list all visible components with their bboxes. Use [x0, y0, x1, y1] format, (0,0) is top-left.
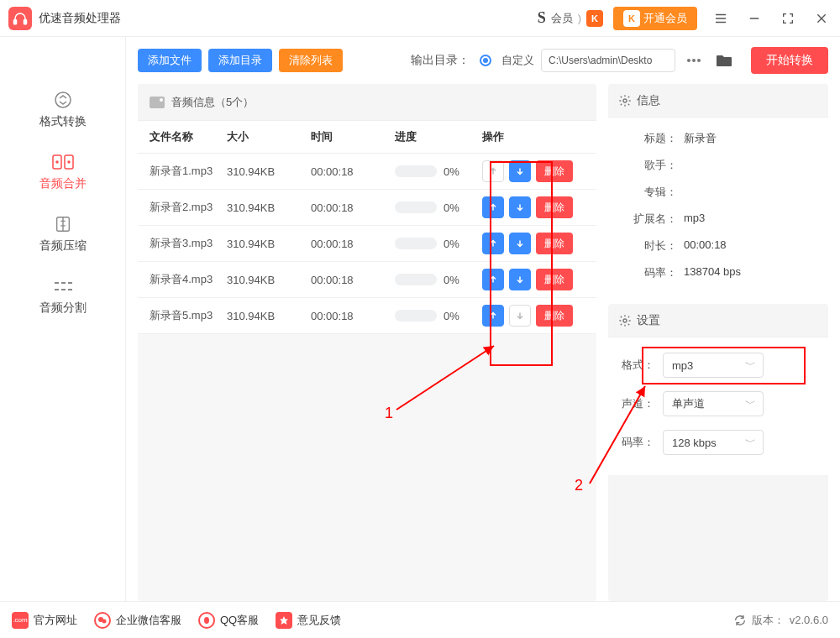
info-title-value: 新录音	[684, 131, 717, 146]
move-down-button[interactable]	[509, 233, 531, 254]
move-up-button[interactable]	[482, 196, 504, 218]
delete-button[interactable]: 删除	[536, 305, 573, 327]
move-up-button[interactable]	[482, 233, 504, 254]
open-vip-button[interactable]: K 开通会员	[613, 7, 697, 30]
sidebar-item-format-convert[interactable]: 格式转换	[0, 79, 125, 141]
file-size: 310.94KB	[227, 165, 311, 178]
split-icon	[51, 277, 75, 295]
channel-select[interactable]: 单声道﹀	[663, 391, 764, 416]
table-row[interactable]: 新录音2.mp3 310.94KB 00:00:18 0% 删除	[138, 190, 596, 226]
svg-point-21	[692, 59, 696, 62]
svg-rect-1	[24, 19, 27, 24]
svg-point-23	[623, 99, 627, 102]
settings-title: 设置	[637, 313, 660, 328]
svg-point-22	[697, 59, 701, 62]
move-up-button[interactable]	[482, 269, 504, 290]
folder-icon[interactable]	[712, 49, 736, 72]
delete-button[interactable]: 删除	[536, 233, 573, 254]
menu-icon[interactable]	[711, 8, 731, 29]
clear-list-button[interactable]: 清除列表	[279, 49, 343, 72]
sidebar-item-audio-split[interactable]: 音频分割	[0, 265, 125, 327]
minimize-icon[interactable]	[744, 8, 764, 29]
settings-panel: 设置 格式： mp3﹀ 声道： 单声道﹀ 码率： 128	[608, 304, 828, 601]
sidebar-item-audio-merge[interactable]: 音频合并	[0, 141, 125, 203]
move-down-button[interactable]	[509, 196, 531, 218]
move-down-button[interactable]	[509, 269, 531, 290]
table-row[interactable]: 新录音4.mp3 310.94KB 00:00:18 0% 删除	[138, 262, 596, 298]
format-select[interactable]: mp3﹀	[663, 353, 764, 378]
audio-info-panel: 音频信息（5个） 文件名称 大小 时间 进度 操作 新录音1.mp3 310.9…	[138, 84, 596, 601]
svg-point-24	[623, 319, 627, 322]
version-info: 版本：v2.0.6.0	[733, 613, 828, 628]
file-time: 00:00:18	[311, 274, 395, 286]
progress-bar	[395, 274, 437, 285]
chevron-down-icon: ﹀	[745, 435, 756, 450]
file-time: 00:00:18	[311, 165, 395, 178]
member-badge: S 会员 ) K	[538, 9, 603, 27]
table-header: 文件名称 大小 时间 进度 操作	[138, 121, 596, 154]
titlebar: 优速音频处理器 S 会员 ) K K 开通会员	[0, 0, 840, 37]
footer-link-feedback[interactable]: 意见反馈	[276, 612, 341, 629]
progress-text: 0%	[444, 201, 459, 214]
file-name: 新录音3.mp3	[150, 236, 227, 251]
file-name: 新录音4.mp3	[150, 272, 227, 287]
convert-icon	[51, 91, 75, 109]
delete-button[interactable]: 删除	[536, 269, 573, 290]
start-convert-button[interactable]: 开始转换	[751, 47, 828, 74]
file-name: 新录音5.mp3	[150, 308, 227, 323]
footer-link-qq[interactable]: QQ客服	[198, 612, 259, 629]
progress-bar	[395, 201, 437, 213]
more-icon[interactable]	[682, 49, 706, 72]
output-mode-radio[interactable]	[480, 55, 491, 66]
fullscreen-icon[interactable]	[778, 8, 798, 29]
vip-icon: K	[586, 10, 603, 27]
file-time: 00:00:18	[311, 201, 395, 214]
refresh-icon	[733, 614, 747, 627]
bitrate-select[interactable]: 128 kbps﹀	[663, 430, 764, 455]
table-row[interactable]: 新录音3.mp3 310.94KB 00:00:18 0% 删除	[138, 226, 596, 262]
file-size: 310.94KB	[227, 238, 311, 250]
gear-icon	[618, 94, 632, 107]
table-row[interactable]: 新录音5.mp3 310.94KB 00:00:18 0% 删除	[138, 298, 596, 334]
footer: .com官方网址 企业微信客服 QQ客服 意见反馈 版本：v2.0.6.0	[0, 601, 840, 638]
progress-text: 0%	[444, 274, 459, 286]
output-label: 输出目录：	[411, 53, 470, 68]
info-bitrate-value: 138704 bps	[684, 265, 741, 280]
feedback-icon	[276, 612, 292, 629]
add-file-button[interactable]: 添加文件	[138, 49, 202, 72]
file-time: 00:00:18	[311, 310, 395, 322]
audio-panel-title: 音频信息（5个）	[171, 95, 254, 110]
table-row[interactable]: 新录音1.mp3 310.94KB 00:00:18 0% 删除	[138, 154, 596, 190]
image-icon	[150, 97, 165, 108]
footer-link-wechat[interactable]: 企业微信客服	[94, 612, 181, 629]
file-time: 00:00:18	[311, 238, 395, 250]
wechat-icon	[94, 612, 111, 629]
add-dir-button[interactable]: 添加目录	[208, 49, 272, 72]
vip-badge-icon: K	[623, 10, 640, 27]
info-ext-value: mp3	[684, 212, 705, 227]
close-icon[interactable]	[811, 8, 832, 29]
output-mode-text: 自定义	[501, 53, 534, 68]
move-down-button[interactable]	[509, 160, 531, 182]
sidebar: 格式转换 音频合并 音频压缩 音频分割	[0, 37, 126, 601]
info-panel: 信息 标题：新录音 歌手： 专辑： 扩展名：mp3 时长：00:00:18 码率…	[608, 84, 828, 294]
chevron-down-icon: ﹀	[745, 358, 756, 373]
progress-text: 0%	[444, 165, 459, 178]
member-label: 会员	[551, 11, 573, 26]
delete-button[interactable]: 删除	[536, 196, 573, 218]
website-icon: .com	[12, 612, 29, 629]
move-up-button[interactable]	[482, 305, 504, 327]
footer-link-website[interactable]: .com官方网址	[12, 612, 77, 629]
progress-bar	[395, 238, 437, 249]
output-path-input[interactable]	[541, 49, 675, 72]
progress-text: 0%	[444, 238, 459, 250]
info-duration-value: 00:00:18	[684, 238, 727, 254]
svg-point-8	[55, 92, 71, 107]
sidebar-item-audio-compress[interactable]: 音频压缩	[0, 203, 125, 265]
delete-button[interactable]: 删除	[536, 160, 573, 182]
svg-rect-0	[14, 19, 17, 24]
svg-point-11	[56, 161, 58, 163]
svg-point-20	[687, 59, 690, 62]
svg-point-29	[204, 617, 209, 624]
app-logo	[8, 7, 32, 30]
